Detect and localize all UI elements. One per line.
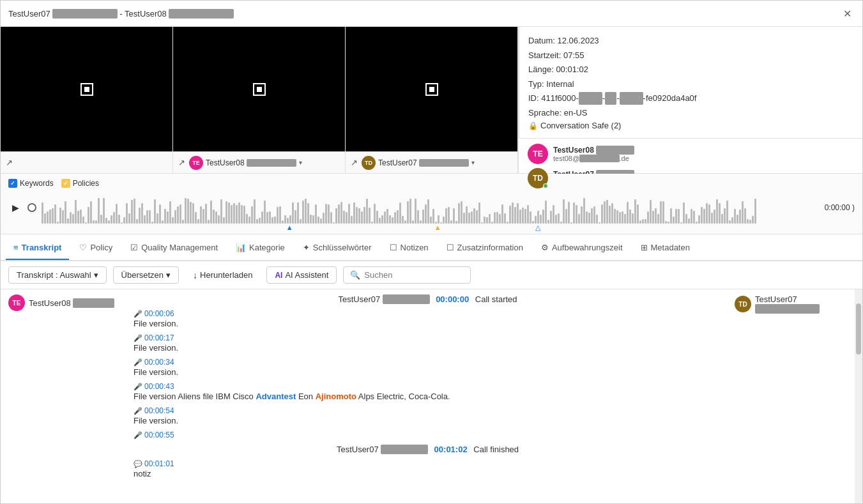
message-time-3[interactable]: 🎤 00:00:34	[134, 358, 722, 367]
tab-quality[interactable]: ☑ Quality Management	[123, 236, 225, 260]
waveform-container[interactable]	[42, 192, 820, 224]
message-time-1[interactable]: 🎤 00:00:06	[134, 309, 722, 318]
call-started-label: Call started	[475, 294, 517, 304]
tab-schlussel[interactable]: ✦ Schlüsselwörter	[295, 236, 379, 260]
message-block-4: 🎤 00:00:43 File version Aliens file IBM …	[134, 382, 722, 401]
tab-transkript-label: Transkript	[22, 243, 62, 252]
user-entry-te-info: TestUser08 ███████ test08@████████.de	[553, 146, 634, 162]
time-link-5: 00:00:54	[144, 406, 174, 415]
laenge-row: Länge: 00:01:02	[528, 63, 733, 76]
left-user-col: TE TestUser08 ███████	[1, 289, 128, 503]
translate-button[interactable]: Übersetzen ▾	[113, 266, 179, 284]
message-time-4[interactable]: 🎤 00:00:43	[134, 382, 722, 391]
safe-label: Conversation Safe (2)	[540, 121, 621, 130]
marker-yellow: ▲	[434, 224, 441, 231]
download-label: Herunterladen	[200, 270, 252, 280]
message-time-2[interactable]: 🎤 00:00:17	[134, 333, 722, 342]
datum-row: Datum: 12.06.2023	[528, 34, 733, 47]
tab-meta[interactable]: ⊞ Metadaten	[633, 236, 698, 260]
video-thumb-2	[173, 27, 345, 151]
left-user-label: TE TestUser08 ███████	[8, 294, 121, 311]
online-indicator	[543, 183, 548, 188]
policies-checkbox[interactable]: ✓ Policies	[61, 179, 99, 188]
video-user-tag-2[interactable]: TE TestUser08 ██████████ ▾	[189, 156, 302, 170]
timeline-area: ✓ Keywords ✓ Policies ▶ 0:00:00 ) ▲ ▲ △	[1, 174, 862, 234]
call-finished-event: TestUser07 ████████ 00:01:02 Call finish…	[134, 445, 722, 454]
call-finished-label: Call finished	[473, 445, 519, 454]
tab-notizen-label: Notizen	[401, 243, 429, 252]
quality-icon: ☑	[130, 243, 138, 252]
zusatz-icon: ☐	[447, 243, 454, 252]
notiz-block: 💬 00:01:01 notiz	[134, 459, 722, 478]
laenge-value: 00:01:02	[556, 65, 588, 74]
startzeit-label: Startzeit:	[528, 50, 561, 60]
timeline-checkboxes: ✓ Keywords ✓ Policies	[8, 179, 855, 188]
datum-label: Datum:	[528, 36, 555, 45]
transcript-scroll[interactable]: TestUser07 ████████ 00:00:00 Call starte…	[128, 289, 727, 503]
right-username: TestUser07 ███████████	[755, 294, 847, 314]
schlussel-icon: ✦	[303, 243, 310, 252]
title-blur2: ███████████	[169, 9, 233, 19]
expand-button-1[interactable]: ↗	[6, 158, 13, 167]
tab-policy[interactable]: ♡ Policy	[72, 236, 120, 260]
tab-quality-label: Quality Management	[141, 243, 218, 252]
notiz-time[interactable]: 💬 00:01:01	[134, 459, 722, 468]
message-text-2: File version.	[134, 343, 722, 353]
scrollbar[interactable]	[855, 289, 862, 503]
tab-transkript[interactable]: ≡ Transkript	[6, 236, 69, 260]
conversation-safe-row: 🔒 Conversation Safe (2)	[528, 121, 733, 130]
id-label: ID:	[528, 93, 539, 103]
close-button[interactable]: ✕	[839, 6, 855, 21]
search-input[interactable]	[364, 270, 464, 280]
tab-notizen[interactable]: ☐ Notizen	[382, 236, 436, 260]
avatar-te: TE	[528, 144, 548, 164]
time-link-4: 00:00:43	[144, 382, 174, 391]
expand-button-3[interactable]: ↗	[351, 158, 358, 167]
right-user-col: TD TestUser07 ███████████	[727, 289, 855, 503]
startzeit-row: Startzeit: 07:55	[528, 49, 733, 62]
download-button[interactable]: ↓ Herunterladen	[185, 267, 260, 284]
expand-button-2[interactable]: ↗	[178, 158, 185, 167]
mic-icon-2: 🎤	[134, 334, 142, 342]
tab-zusatz[interactable]: ☐ Zusatzinformation	[439, 236, 531, 260]
laenge-label: Länge:	[528, 65, 554, 74]
video-controls-3: ↗ TD TestUser07 ██████████ ▾	[346, 151, 517, 173]
tab-aufbe[interactable]: ⚙ Aufbewahrungszeit	[533, 236, 630, 260]
mic-icon-3: 🎤	[134, 358, 142, 367]
left-username: TestUser08 ███████	[29, 298, 114, 308]
message-block-6: 🎤 00:00:55	[134, 431, 722, 439]
title-user1: TestUser07	[8, 9, 50, 19]
call-started-event: TestUser07 ████████ 00:00:00 Call starte…	[134, 294, 722, 304]
play-button[interactable]: ▶	[8, 201, 22, 215]
video-controls-2: ↗ TE TestUser08 ██████████ ▾	[173, 151, 345, 173]
translate-label: Übersetzen	[121, 270, 164, 280]
info-panel: Datum: 12.06.2023 Startzeit: 07:55 Länge…	[519, 27, 742, 138]
mic-icon-6: 🎤	[134, 431, 142, 439]
video-thumb-3	[346, 27, 517, 151]
video-icon-3	[425, 83, 438, 96]
window-title: TestUser07 ███████████ - TestUser08 ████…	[8, 9, 839, 19]
chevron-translate: ▾	[166, 270, 171, 280]
message-time-5[interactable]: 🎤 00:00:54	[134, 406, 722, 415]
marker-blue-fill: ▲	[286, 224, 293, 231]
time-link-1: 00:00:06	[144, 309, 174, 318]
policies-check-icon: ✓	[61, 179, 70, 188]
avatar-td: TD	[528, 168, 548, 188]
highlight-advantest: Advantest	[256, 392, 296, 401]
seek-circle[interactable]	[27, 203, 36, 212]
tab-kategorie[interactable]: 📊 Kategorie	[228, 236, 293, 260]
startzeit-value: 07:55	[563, 50, 584, 60]
message-time-6[interactable]: 🎤 00:00:55	[134, 431, 722, 439]
toolbar: Transkript : Auswahl ▾ Übersetzen ▾ ↓ He…	[1, 261, 862, 289]
aufbe-icon: ⚙	[541, 243, 549, 252]
search-box[interactable]: 🔍	[343, 266, 471, 284]
keywords-checkbox[interactable]: ✓ Keywords	[8, 179, 54, 188]
ai-button[interactable]: AI AI Assistent	[266, 266, 337, 284]
id-row: ID: 411f6000-████-██-████-fe0920da4a0f	[528, 92, 733, 105]
video-username-3: TestUser07 ██████████	[378, 158, 469, 167]
video-user-tag-3[interactable]: TD TestUser07 ██████████ ▾	[362, 156, 475, 170]
mic-icon-5: 🎤	[134, 407, 142, 415]
transcript-select-button[interactable]: Transkript : Auswahl ▾	[8, 266, 107, 284]
message-block-5: 🎤 00:00:54 File version.	[134, 406, 722, 425]
scrollbar-thumb[interactable]	[856, 303, 861, 355]
